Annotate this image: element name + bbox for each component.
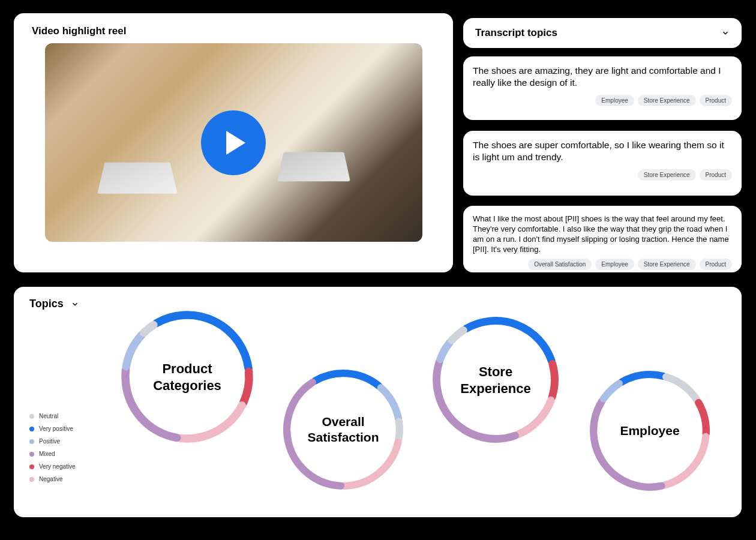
legend-item: Positive	[29, 438, 76, 445]
tag-row: Employee Store Experience Product	[473, 95, 732, 106]
tag-row: Store Experience Product	[473, 169, 732, 181]
legend-label: Neutral	[39, 413, 58, 419]
legend-item: Very negative	[29, 463, 76, 470]
donut-label: Employee	[620, 423, 679, 439]
legend-label: Mixed	[39, 451, 55, 457]
donut-store-experience[interactable]: StoreExperience	[431, 316, 560, 444]
transcript-item[interactable]: The shoes are super comfortable, so I li…	[463, 131, 742, 196]
legend: Neutral Very positive Positive Mixed Ver…	[29, 413, 76, 482]
legend-item: Neutral	[29, 413, 76, 419]
donut-product-categories[interactable]: ProductCategories	[120, 310, 254, 444]
video-highlight-card: Video highlight reel	[14, 13, 453, 272]
donut-label: StoreExperience	[460, 364, 530, 397]
legend-dot	[29, 414, 34, 419]
transcript-text: The shoes are amazing, they are light an…	[473, 65, 732, 89]
donut-label: OverallSatisfaction	[307, 414, 379, 446]
tag[interactable]: Product	[700, 95, 732, 106]
transcript-text: What I like the most about [PII] shoes i…	[473, 214, 732, 255]
donut-employee[interactable]: Employee	[589, 370, 711, 492]
legend-item: Mixed	[29, 451, 76, 457]
legend-dot	[29, 439, 34, 444]
transcript-topics-header[interactable]: Transcript topics	[463, 18, 742, 48]
transcript-item[interactable]: What I like the most about [PII] shoes i…	[463, 206, 742, 272]
tag[interactable]: Overall Satisfaction	[528, 259, 592, 270]
donut-overall-satisfaction[interactable]: OverallSatisfaction	[282, 368, 404, 491]
legend-label: Positive	[39, 438, 60, 445]
transcript-item[interactable]: The shoes are amazing, they are light an…	[463, 56, 742, 120]
tag[interactable]: Product	[700, 259, 732, 270]
tag-row: Overall Satisfaction Employee Store Expe…	[473, 259, 732, 270]
chevron-down-icon	[721, 29, 730, 37]
legend-item: Negative	[29, 476, 76, 482]
legend-label: Negative	[39, 476, 62, 482]
chevron-down-icon	[71, 300, 79, 308]
legend-dot	[29, 464, 34, 469]
video-title: Video highlight reel	[32, 25, 435, 37]
legend-item: Very positive	[29, 425, 76, 432]
legend-dot	[29, 477, 34, 482]
play-icon	[226, 131, 245, 155]
legend-label: Very positive	[39, 425, 73, 432]
topics-header[interactable]: Topics	[29, 298, 726, 310]
tag[interactable]: Employee	[595, 259, 634, 270]
topics-title: Topics	[29, 298, 64, 310]
legend-dot	[29, 427, 34, 431]
donut-label: ProductCategories	[153, 361, 221, 394]
tag[interactable]: Employee	[595, 95, 634, 106]
tag[interactable]: Product	[700, 169, 732, 181]
tag[interactable]: Store Experience	[638, 259, 696, 270]
legend-label: Very negative	[39, 463, 76, 470]
video-frame[interactable]	[45, 43, 422, 242]
tag[interactable]: Store Experience	[638, 169, 696, 181]
transcript-text: The shoes are super comfortable, so I li…	[473, 139, 732, 163]
transcript-topics-title: Transcript topics	[475, 27, 557, 39]
play-button[interactable]	[201, 110, 266, 175]
legend-dot	[29, 452, 34, 457]
tag[interactable]: Store Experience	[638, 95, 696, 106]
topics-card: Topics Neutral Very positive Positive Mi…	[14, 287, 742, 517]
